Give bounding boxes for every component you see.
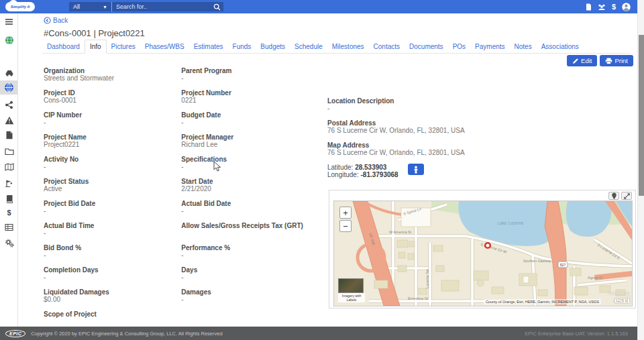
tab[interactable]: Info [85,40,107,54]
map-canvas[interactable]: 527 Lake Lucerne W America St S Lucerne … [333,201,633,306]
search-input[interactable] [115,3,213,11]
hamburger-menu-icon[interactable] [0,15,18,28]
field-cell: Bid Bond % - [44,244,181,260]
field-cell: Scope of Project [44,310,181,326]
field-value: Richard Lee [181,141,325,149]
field-label: Scope of Project [44,310,181,318]
file-icon[interactable] [0,128,18,141]
back-label: Back [53,17,68,24]
zoom-out-button[interactable]: − [339,220,352,232]
tab[interactable]: Schedule [290,40,327,53]
app-logo[interactable]: Simplify It [5,2,35,11]
field-label: Performance % [181,244,325,251]
field-value: - [44,251,181,260]
field-value: 2/21/2020 [181,185,325,193]
global-search: All ▼ [69,2,223,11]
tab[interactable]: Funds [228,40,256,53]
tab[interactable]: Documents [405,40,448,53]
field-label: Days [181,266,325,274]
app-logo-text: Simplify It [11,5,30,9]
field-value: - [181,296,325,304]
tab[interactable]: Estimates [189,40,228,53]
folder-icon[interactable] [0,145,18,158]
user-avatar-icon[interactable] [622,3,631,11]
map-attribution: County of Orange, Esri, HERE, Garmin, IN… [484,299,601,304]
globe-green-icon[interactable] [0,34,18,47]
field-value: Streets and Stormwater [44,74,181,82]
map-panel: 527 Lake Lucerne W America St S Lucerne … [329,190,636,308]
dollar-icon[interactable]: $ [612,3,616,11]
info-row: Activity No - Specifications - [44,156,325,171]
tab[interactable]: Contacts [369,40,405,53]
info-row: Liquidated Damages $0.00 Damages - [44,288,325,304]
field-value: 76 S Lucerne Cir W, Orlando, FL, 32801, … [327,149,529,157]
street-label: W America St [389,230,412,234]
field-cell: Specifications - [181,156,325,171]
info-row: Bid Bond % - Performance % - [44,244,325,260]
document-icon[interactable] [586,3,592,11]
field-label: Activity No [44,156,181,163]
location-field: Location Description - [327,97,529,113]
tab[interactable]: Milestones [327,40,369,53]
map-fullscreen-button[interactable] [621,192,632,200]
field-value: - [181,274,325,282]
search-scope-dropdown[interactable]: All ▼ [69,2,112,11]
map-marker[interactable] [485,243,490,248]
field-value: - [327,105,529,113]
search-scope-value: All [73,3,80,10]
map-pin-tool-button[interactable] [608,192,619,200]
tab[interactable]: Dashboard [42,40,85,53]
tab[interactable]: Notes [510,40,537,53]
group-icon[interactable] [598,3,606,11]
field-value: - [181,74,325,82]
info-row: Project ID Cons-0001 Project Number 0221 [44,89,325,105]
esri-logo-text: esri [608,295,630,305]
field-cell: Allow Sales/Gross Receipts Tax (GRT) [181,222,325,237]
app-window: Simplify It All ▼ $ [0,0,644,340]
map-svg: 527 Lake Lucerne W America St S Lucerne … [334,201,632,306]
flag-site-icon[interactable] [0,176,18,190]
expand-icon [624,193,629,198]
settings-gears-icon[interactable] [0,236,18,249]
latitude-row: Latitude: 28.533903 [327,164,529,171]
car-icon[interactable] [0,66,18,79]
tab[interactable]: Budgets [256,40,290,53]
chevron-down-icon: ▼ [103,5,107,9]
edit-button[interactable]: Edit [567,55,597,66]
field-value: - [44,119,181,127]
globe-active-icon[interactable] [0,80,18,94]
field-cell: Project Manager Richard Lee [181,133,325,149]
field-cell [181,310,325,326]
basemap-toggle[interactable]: Imagery with Labels [338,278,365,302]
tab[interactable]: Payments [470,40,509,53]
tab[interactable]: Phases/WBS [140,40,189,53]
dollar-icon[interactable]: $ [0,206,18,219]
tab[interactable]: Associations [537,40,584,53]
print-button[interactable]: Print [600,55,633,66]
zoom-in-button[interactable]: + [339,207,352,219]
share-icon[interactable] [0,98,18,111]
field-value: $0.00 [44,296,181,304]
back-link[interactable]: Back [44,17,68,24]
field-cell: Damages - [181,288,325,304]
warning-icon[interactable] [0,113,18,127]
scrollbar-thumb[interactable] [639,35,644,196]
vertical-scrollbar[interactable] [637,0,644,340]
tab[interactable]: Pictures [107,40,140,53]
tab[interactable]: POs [448,40,470,53]
table-icon[interactable] [0,221,18,234]
book-icon[interactable] [0,192,18,205]
action-buttons: Edit Print [567,55,633,66]
search-icon[interactable] [213,3,221,11]
field-value [181,318,325,326]
field-cell: Completion Days - [44,266,181,282]
street-view-pegman-button[interactable] [408,164,424,175]
field-cell: Start Date 2/21/2020 [181,178,325,193]
back-icon [44,17,51,24]
field-cell: Project Status Active [44,178,181,193]
field-label: Project Number [181,89,325,97]
map-book-icon[interactable] [0,160,18,174]
field-cell: CIP Number - [44,111,181,127]
map-toolbar [608,192,632,200]
field-cell: Parent Program - [181,67,325,82]
